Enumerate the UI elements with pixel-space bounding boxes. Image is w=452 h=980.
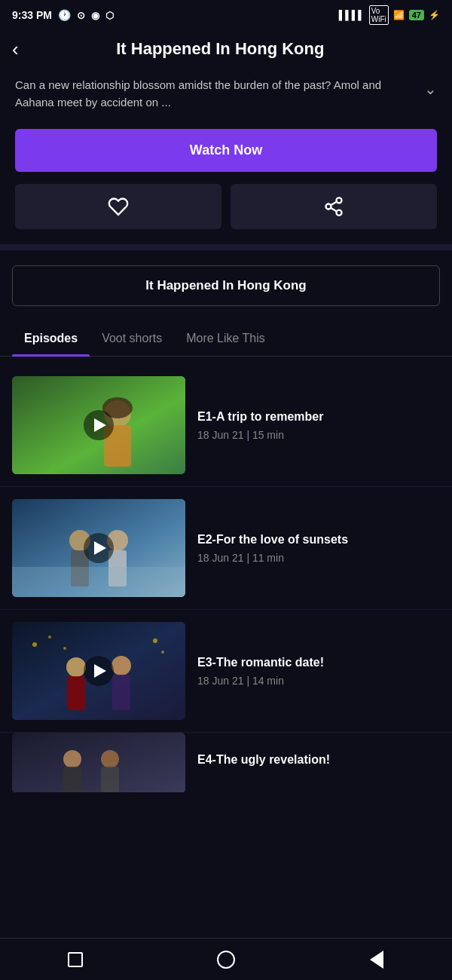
svg-point-16 [32, 642, 37, 647]
back-icon [370, 951, 383, 969]
episode-meta: 18 Jun 21 | 14 min [197, 675, 440, 687]
alarm-icon: 🕐 [58, 9, 71, 21]
episode-info: E1-A trip to remember 18 Jun 21 | 15 min [197, 409, 440, 442]
description-section: Can a new relationship blossom amidst th… [0, 68, 452, 117]
svg-line-4 [331, 202, 337, 206]
svg-point-19 [153, 639, 157, 643]
play-triangle-icon [94, 541, 106, 555]
svg-rect-24 [112, 675, 130, 710]
episode-item[interactable]: E1-A trip to remember 18 Jun 21 | 15 min [0, 364, 452, 486]
status-time: 9:33 PM 🕐 ⊙ ◉ ⬡ [12, 9, 114, 21]
episode-meta: 18 Jun 21 | 15 min [197, 429, 440, 441]
expand-description-icon[interactable]: ⌄ [424, 80, 437, 98]
recents-icon [68, 952, 83, 967]
episode-title: E3-The romantic date! [197, 655, 440, 671]
nav-back-button[interactable] [363, 946, 390, 973]
watch-now-button[interactable]: Watch Now [15, 129, 437, 172]
play-button-overlay [84, 410, 114, 440]
bottom-navigation [0, 938, 452, 980]
bottom-spacer [0, 800, 452, 853]
svg-point-2 [337, 210, 342, 216]
episode-item[interactable]: E3-The romantic date! 18 Jun 21 | 14 min [0, 609, 452, 732]
episode-info: E3-The romantic date! 18 Jun 21 | 14 min [197, 655, 440, 688]
episode-item[interactable]: E4-The ugly revelation! [0, 732, 452, 792]
tab-more-like-this[interactable]: More Like This [174, 321, 277, 356]
charging-icon: ⚡ [429, 10, 440, 20]
svg-point-18 [63, 647, 66, 650]
nav-home-button[interactable] [212, 946, 240, 973]
wifi-icon: 📶 [393, 10, 405, 20]
episode-info: E2-For the love of sunsets 18 Jun 21 | 1… [197, 532, 440, 565]
instagram-icon: ⬡ [105, 10, 114, 21]
notification-icon: ◉ [91, 10, 99, 21]
play-button-overlay [84, 656, 114, 686]
volte-icon: VoWiFi [369, 5, 389, 25]
svg-rect-14 [12, 567, 185, 597]
svg-point-20 [161, 651, 164, 654]
page-title: It Happened In Hong Kong [31, 39, 410, 59]
svg-point-1 [326, 204, 331, 210]
favorite-button[interactable] [15, 184, 221, 229]
show-title-box-text: It Happened In Hong Kong [145, 278, 306, 292]
episode-thumbnail [12, 622, 185, 720]
section-divider [0, 244, 452, 250]
share-icon [323, 196, 344, 217]
episode-item[interactable]: E2-For the love of sunsets 18 Jun 21 | 1… [0, 486, 452, 609]
home-icon [217, 951, 235, 969]
header: ‹ It Happened In Hong Kong [0, 30, 452, 68]
episode-thumbnail [12, 499, 185, 597]
svg-line-3 [331, 208, 337, 212]
action-buttons [15, 184, 437, 229]
heart-icon [108, 196, 129, 217]
episode-info: E4-The ugly revelation! [197, 752, 440, 773]
show-title-box: It Happened In Hong Kong [12, 265, 440, 306]
svg-point-28 [101, 750, 119, 768]
play-triangle-icon [94, 664, 106, 678]
svg-point-26 [63, 750, 81, 768]
episode-title: E2-For the love of sunsets [197, 532, 440, 548]
svg-point-23 [111, 656, 131, 675]
battery-indicator: 47 [409, 10, 424, 20]
svg-point-0 [337, 198, 342, 203]
back-button[interactable]: ‹ [12, 39, 19, 59]
status-indicators: ▌▌▌▌ VoWiFi 📶 47 ⚡ [339, 5, 440, 25]
play-triangle-icon [94, 418, 106, 432]
svg-point-21 [66, 657, 86, 677]
tabs-bar: Episodes Voot shorts More Like This [0, 321, 452, 357]
tab-voot-shorts[interactable]: Voot shorts [90, 321, 174, 356]
signal-icon: ▌▌▌▌ [339, 10, 365, 20]
episode-title: E1-A trip to remember [197, 409, 440, 425]
svg-rect-22 [67, 676, 85, 710]
episode-thumbnail [12, 376, 185, 474]
thumbnail-image-ep4 [12, 733, 185, 793]
svg-rect-29 [101, 767, 119, 793]
episodes-list: E1-A trip to remember 18 Jun 21 | 15 min [0, 357, 452, 800]
episode-title: E4-The ugly revelation! [197, 752, 440, 768]
episode-meta: 18 Jun 21 | 11 min [197, 552, 440, 564]
description-text: Can a new relationship blossom amidst th… [15, 77, 417, 111]
share-button[interactable] [231, 184, 437, 229]
play-button-overlay [84, 533, 114, 563]
spotify-icon: ⊙ [77, 10, 85, 21]
svg-point-17 [48, 635, 51, 639]
nav-recents-button[interactable] [62, 946, 89, 973]
svg-rect-27 [63, 767, 81, 793]
time-display: 9:33 PM [12, 9, 52, 21]
tab-episodes[interactable]: Episodes [12, 321, 90, 356]
episode-thumbnail [12, 733, 185, 793]
svg-rect-25 [12, 733, 185, 793]
status-bar: 9:33 PM 🕐 ⊙ ◉ ⬡ ▌▌▌▌ VoWiFi 📶 47 ⚡ [0, 0, 452, 30]
